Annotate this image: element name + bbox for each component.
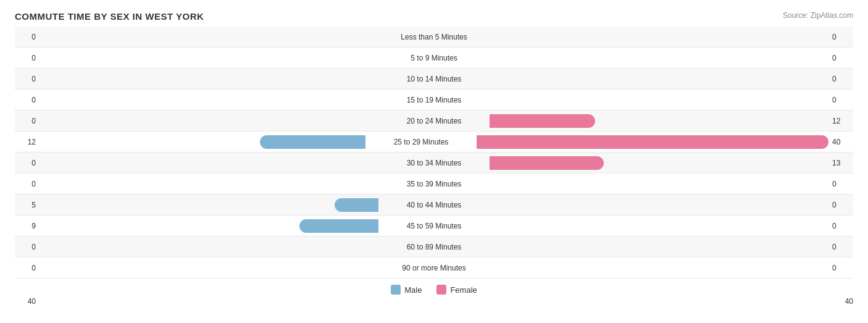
female-bar	[490, 156, 604, 170]
female-value-label: 0	[828, 180, 853, 188]
chart-area: 0 Less than 5 Minutes 0 0	[15, 27, 853, 279]
bar-label: 90 or more Minutes	[402, 264, 465, 272]
axis-left: 40	[15, 297, 40, 306]
bar-row: 0 60 to 89 Minutes 0	[15, 237, 853, 258]
female-value-label: 13	[828, 159, 853, 167]
male-bar	[260, 135, 365, 149]
female-value-label: 0	[828, 33, 853, 41]
bar-row: 0 90 or more Minutes 0	[15, 258, 853, 279]
female-value-label: 0	[828, 264, 853, 272]
male-bar	[299, 219, 378, 233]
legend-male-label: Male	[404, 285, 422, 295]
legend: Male Female	[15, 285, 853, 295]
male-value-label: 0	[15, 159, 40, 167]
female-value-label: 0	[828, 54, 853, 62]
male-value-label: 0	[15, 180, 40, 188]
male-value-label: 9	[15, 222, 40, 230]
male-value-label: 0	[15, 96, 40, 104]
male-value-label: 0	[15, 33, 40, 41]
bar-label: 15 to 19 Minutes	[407, 96, 462, 104]
bar-row: 0 Less than 5 Minutes 0	[15, 27, 853, 48]
bar-row: 12 25 to 29 Minutes 40	[15, 132, 853, 153]
bar-row: 0 20 to 24 Minutes 12	[15, 111, 853, 132]
male-value-label: 0	[15, 54, 40, 62]
bar-row: 0 10 to 14 Minutes 0	[15, 69, 853, 90]
legend-male: Male	[391, 285, 422, 295]
female-value-label: 0	[828, 201, 853, 209]
legend-female-label: Female	[450, 285, 477, 295]
male-bar	[335, 198, 378, 212]
legend-female-box	[436, 285, 446, 295]
bar-label: 35 to 39 Minutes	[407, 180, 462, 188]
male-value-label: 5	[15, 201, 40, 209]
bar-label: 60 to 89 Minutes	[407, 243, 462, 251]
bar-label: 40 to 44 Minutes	[407, 201, 462, 209]
male-value-label: 0	[15, 264, 40, 272]
female-value-label: 40	[828, 138, 853, 146]
bar-label: 30 to 34 Minutes	[407, 159, 462, 167]
female-value-label: 0	[828, 222, 853, 230]
legend-male-box	[391, 285, 401, 295]
bar-label: 5 to 9 Minutes	[411, 54, 457, 62]
source-label: Source: ZipAtlas.com	[783, 11, 853, 20]
bar-row: 0 15 to 19 Minutes 0	[15, 90, 853, 111]
bar-row: 9 45 to 59 Minutes 0	[15, 216, 853, 237]
female-value-label: 0	[828, 96, 853, 104]
bar-label: 25 to 29 Minutes	[394, 138, 449, 146]
female-bar	[490, 114, 595, 128]
bar-label: 20 to 24 Minutes	[407, 117, 462, 125]
male-value-label: 0	[15, 75, 40, 83]
bar-label: 45 to 59 Minutes	[407, 222, 462, 230]
bar-row: 0 30 to 34 Minutes 13	[15, 153, 853, 174]
male-value-label: 0	[15, 117, 40, 125]
legend-female: Female	[436, 285, 477, 295]
male-value-label: 0	[15, 243, 40, 251]
bar-row: 0 35 to 39 Minutes 0	[15, 174, 853, 195]
female-value-label: 0	[828, 243, 853, 251]
female-value-label: 12	[828, 117, 853, 125]
chart-title: COMMUTE TIME BY SEX IN WEST YORK	[15, 11, 853, 22]
female-bar	[477, 135, 828, 149]
bar-label: Less than 5 Minutes	[401, 33, 467, 41]
axis-right: 40	[40, 297, 853, 306]
female-value-label: 0	[828, 75, 853, 83]
bar-label: 10 to 14 Minutes	[407, 75, 462, 83]
bar-row: 5 40 to 44 Minutes 0	[15, 195, 853, 216]
bar-row: 0 5 to 9 Minutes 0	[15, 48, 853, 69]
male-value-label: 12	[15, 138, 40, 146]
